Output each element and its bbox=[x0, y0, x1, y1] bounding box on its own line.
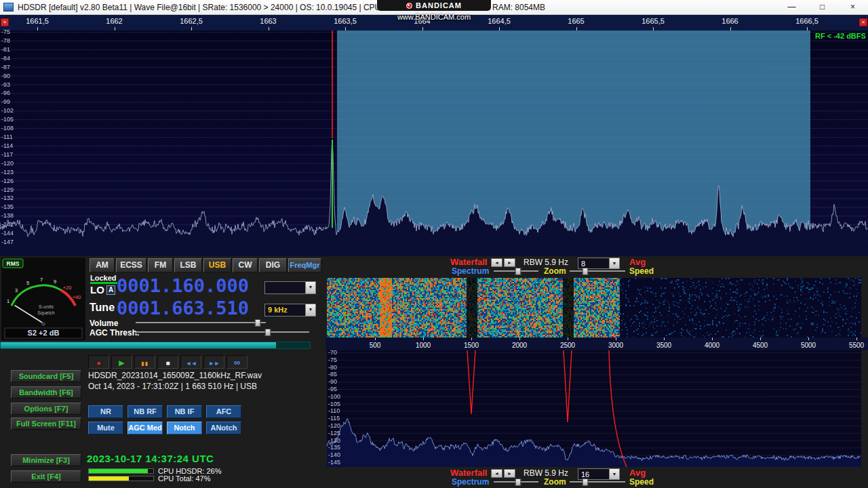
zoom-label: Zoom bbox=[544, 266, 566, 276]
zoom-slider[interactable] bbox=[494, 268, 538, 275]
s-meter-readout: S2 +2 dB bbox=[28, 329, 60, 337]
meter-pivot bbox=[41, 322, 45, 326]
mode-button-am[interactable]: AM bbox=[90, 258, 115, 272]
mode-button-cw[interactable]: CW bbox=[233, 258, 258, 272]
rewind-button[interactable]: ◄◄ bbox=[180, 355, 201, 369]
cpu-hdsdr-bar bbox=[88, 468, 154, 474]
options-button[interactable]: Options [F7] bbox=[11, 403, 81, 415]
bandwidth-button[interactable]: Bandwidth [F6] bbox=[11, 386, 81, 399]
stop-icon: ■ bbox=[165, 359, 170, 367]
speed-slider-track bbox=[570, 481, 625, 483]
af-ruler-tickmark bbox=[423, 338, 424, 340]
waterfall-label[interactable]: Waterfall bbox=[450, 468, 487, 478]
af-ruler-tickmark bbox=[664, 338, 665, 340]
freqmgr-button[interactable]: FreqMgr bbox=[288, 258, 321, 272]
close-window-button[interactable]: × bbox=[837, 0, 868, 14]
speed-slider[interactable] bbox=[570, 268, 625, 275]
volume-slider-handle[interactable] bbox=[255, 319, 261, 327]
zoom-slider-handle[interactable] bbox=[515, 268, 521, 275]
chevron-down-icon[interactable]: ▼ bbox=[609, 469, 619, 479]
soundcard-button[interactable]: Soundcard [F5] bbox=[11, 370, 81, 382]
mute-button[interactable]: Mute bbox=[88, 422, 123, 434]
zoom-slider[interactable] bbox=[494, 479, 538, 486]
minimize-app-button[interactable]: Minimize [F3] bbox=[11, 454, 81, 466]
waterfall-label[interactable]: Waterfall bbox=[450, 257, 487, 267]
mode-button-ecss[interactable]: ECSS bbox=[116, 258, 146, 272]
afc-button[interactable]: AFC bbox=[206, 405, 241, 418]
speed-slider[interactable] bbox=[570, 479, 625, 486]
agc-slider-handle[interactable] bbox=[264, 329, 271, 336]
chevron-down-icon[interactable]: ▼ bbox=[305, 282, 315, 293]
mode-button-lsb[interactable]: LSB bbox=[174, 258, 202, 272]
scroll-left-button[interactable]: ◄ bbox=[491, 258, 502, 267]
af-spectrum-display[interactable] bbox=[327, 350, 861, 467]
lo-step-select[interactable]: ▼ bbox=[264, 281, 316, 294]
zoom-slider-handle[interactable] bbox=[515, 479, 521, 486]
rbw-label: RBW 5.9 Hz bbox=[524, 258, 568, 267]
mode-button-fm[interactable]: FM bbox=[148, 258, 173, 272]
rf-db-scale-label: -114 bbox=[1, 142, 13, 149]
af-ruler-tick-label: 4000 bbox=[705, 342, 719, 349]
rf-level-indicator: RF < -42 dBFS bbox=[815, 32, 866, 40]
scroll-right-button[interactable]: ► bbox=[504, 469, 515, 478]
maximize-window-button[interactable]: □ bbox=[807, 0, 837, 14]
mode-button-usb[interactable]: USB bbox=[203, 258, 231, 272]
rms-badge[interactable]: RMS bbox=[7, 260, 20, 267]
agc-med-button[interactable]: AGC Med bbox=[127, 422, 163, 434]
cpu-total-bar-fill bbox=[89, 476, 129, 481]
record-icon: ● bbox=[96, 359, 100, 367]
play-button[interactable]: ▶ bbox=[111, 355, 132, 369]
af-frequency-ruler[interactable]: 5001000150020002500300035004000450050005… bbox=[326, 338, 868, 350]
af-db-scale-label: -135 bbox=[328, 444, 340, 451]
rf-db-scale-label: -144 bbox=[1, 230, 14, 237]
scroll-left-button[interactable]: ◄ bbox=[491, 469, 502, 478]
minimize-window-button[interactable]: — bbox=[776, 0, 807, 14]
tune-label: Tune bbox=[90, 302, 115, 314]
af-waterfall-display[interactable] bbox=[327, 278, 861, 338]
volume-slider[interactable] bbox=[136, 319, 266, 327]
fast-forward-button[interactable]: ►► bbox=[203, 355, 224, 369]
agc-threshold-slider[interactable] bbox=[136, 329, 309, 336]
af-ruler-tick-label: 4500 bbox=[753, 342, 768, 349]
rf-spectrum-display[interactable] bbox=[0, 30, 868, 256]
chevron-down-icon[interactable]: ▼ bbox=[305, 304, 315, 316]
speed-slider-handle[interactable] bbox=[582, 479, 588, 486]
af-ruler-tick-label: 500 bbox=[370, 342, 381, 349]
af-db-scale-label: -125 bbox=[328, 430, 340, 436]
tune-step-select[interactable]: 9 kHz ▼ bbox=[264, 304, 316, 317]
tune-frequency-display[interactable]: 0001.663.510 bbox=[117, 298, 249, 319]
af-db-scale-label: -85 bbox=[328, 371, 337, 378]
notch-button[interactable]: Notch bbox=[167, 422, 202, 434]
anotch-button[interactable]: ANotch bbox=[206, 422, 241, 434]
spectrum-label[interactable]: Spectrum bbox=[452, 266, 489, 276]
speed-slider-handle[interactable] bbox=[582, 268, 588, 275]
full-screen-button[interactable]: Full Screen [F11] bbox=[11, 418, 81, 430]
lo-frequency-display[interactable]: 0001.160.000 bbox=[117, 276, 249, 296]
spectrum-label[interactable]: Spectrum bbox=[452, 477, 489, 487]
nr-button[interactable]: NR bbox=[88, 405, 123, 418]
stop-button[interactable]: ■ bbox=[157, 355, 178, 369]
scroll-right-button[interactable]: ► bbox=[504, 258, 515, 267]
pause-button[interactable]: ▮▮ bbox=[134, 355, 155, 369]
rf-db-scale-label: -123 bbox=[1, 169, 14, 176]
squelch-level-bar[interactable] bbox=[0, 342, 311, 349]
nb-rf-button[interactable]: NB RF bbox=[127, 405, 163, 418]
loop-icon: ∞ bbox=[234, 357, 240, 367]
antenna-select-button[interactable]: A bbox=[106, 285, 115, 295]
nb-if-button[interactable]: NB IF bbox=[167, 405, 202, 418]
exit-button[interactable]: Exit [F4] bbox=[11, 470, 81, 483]
af-ruler-tickmark bbox=[519, 338, 520, 340]
rf-db-scale-label: -135 bbox=[1, 203, 14, 210]
rf-db-scale-label: -99 bbox=[1, 98, 10, 105]
s-meter: RMS 1 3 5 7 9 +20 +40 S-units Squelch S2… bbox=[1, 257, 86, 341]
rf-db-scale-label: -81 bbox=[1, 46, 10, 53]
bandicam-brand: BANDICAM bbox=[416, 1, 462, 9]
af-ruler-tick-label: 2000 bbox=[512, 342, 527, 349]
loop-button[interactable]: ∞ bbox=[226, 355, 248, 369]
af-db-scale-label: -130 bbox=[328, 437, 340, 444]
waterfall-controls-bottom: Waterfall ◄ ► RBW 5.9 Hz 16 ▼ Avg Spectr… bbox=[326, 468, 868, 488]
chevron-down-icon[interactable]: ▼ bbox=[609, 258, 619, 268]
mode-button-dig[interactable]: DIG bbox=[259, 258, 287, 272]
af-db-scale-label: -70 bbox=[328, 349, 337, 356]
record-button[interactable]: ● bbox=[88, 355, 109, 369]
